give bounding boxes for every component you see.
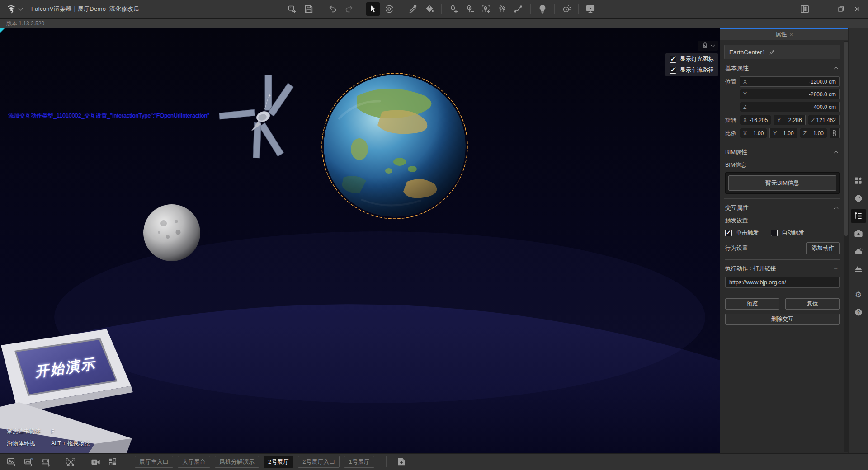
assets-icon[interactable] [851,174,866,188]
viewport-overlay: 显示灯光图标 显示车流路径 [665,41,718,76]
window-controls [798,0,868,18]
satellite-object[interactable] [211,68,312,170]
edit-pencil-icon[interactable] [769,49,775,55]
position-y-input[interactable]: Y -2800.0 cm [740,89,840,99]
checkbox[interactable] [670,67,676,74]
camera-icon[interactable] [851,226,866,241]
chevron-up-icon [834,207,839,211]
scene-tab-lobby-booth[interactable]: 大厅展台 [178,456,210,468]
app-window: FalconV渲染器｜展厅Demo_流化修改后 [0,0,868,470]
video-export-icon[interactable] [39,455,52,469]
close-button[interactable] [849,2,865,16]
toolbar-separator [361,4,361,14]
right-icon-rail: ⚙ ? [848,28,868,453]
foliage-add-icon[interactable] [447,2,460,16]
layout-blocks-icon[interactable] [106,455,119,469]
bim-properties-section: BIM属性 BIM信息 暂无BIM信息 [724,143,840,199]
properties-tab[interactable]: 属性 × [720,28,848,40]
scene-tab-hall1[interactable]: 1号展厅 [344,456,374,468]
outliner-icon[interactable] [851,209,866,223]
crop-tool-icon[interactable] [64,455,77,469]
toolbar-separator [578,4,579,14]
auto-trigger-checkbox[interactable] [771,230,778,236]
trigger-options: 单击触发 自动触发 [725,229,840,237]
reset-button[interactable]: 复位 [785,298,840,310]
bottom-separator [386,456,387,467]
delete-interaction-button[interactable]: 删除交互 [725,314,840,325]
scrollbar-thumb[interactable] [844,42,848,236]
collapse-minus-icon[interactable]: − [832,265,840,273]
earth-object[interactable] [322,73,467,219]
paint-bucket-icon[interactable] [423,2,436,16]
add-action-button[interactable]: 添加动作 [806,242,840,254]
scene-tab-hall-entrance[interactable]: 展厅主入口 [135,456,173,468]
image-export-icon[interactable] [5,455,18,469]
divider [725,259,840,260]
panel-scrollbar[interactable] [844,41,848,452]
undo-icon[interactable] [326,2,340,16]
select-tool-icon[interactable] [366,2,380,16]
position-z-input[interactable]: Z 400.0 cm [740,102,840,112]
position-x-input[interactable]: X -1200.0 cm [740,76,840,87]
scale-link-icon[interactable] [830,128,840,138]
show-traffic-paths-toggle[interactable]: 显示车流路径 [670,66,714,74]
light-icon[interactable] [536,2,549,16]
toolbar-separator [321,4,321,14]
path-tool-icon[interactable] [512,2,525,16]
time-of-day-icon[interactable] [560,2,573,16]
viewport-3d[interactable]: 开始演示 开始演示 添加交互动作类型_11010002_交互设置_"Intera… [0,28,720,453]
minimize-button[interactable] [816,2,833,16]
scale-z-input[interactable]: Z 1.00 [800,128,827,138]
url-input[interactable] [725,277,840,288]
version-label: 版本 1.13.2.520 [6,20,44,28]
close-icon[interactable]: × [789,31,793,38]
add-scene-tab-icon[interactable] [396,456,407,468]
eyedropper-icon[interactable] [406,2,420,16]
bottom-separator [58,456,58,467]
scene-tab-turbine-demo[interactable]: 风机分解演示 [215,456,259,468]
rotation-y-input[interactable]: Y 2.286 [774,115,805,125]
help-icon[interactable]: ? [851,305,866,320]
section-header[interactable]: 交互属性 [725,202,840,213]
title-bar: FalconV渲染器｜展厅Demo_流化修改后 [0,0,868,18]
ai-image-export-icon[interactable]: AI [22,455,35,469]
rotation-x-input[interactable]: X -16.205 [740,115,771,125]
foliage-group-icon[interactable] [495,2,509,16]
svg-text:AI: AI [30,457,33,460]
moon-object[interactable] [143,204,200,261]
section-header[interactable]: 基本属性 [725,63,840,74]
click-trigger-checkbox[interactable] [725,230,732,236]
scene-tab-hall2-entrance[interactable]: 2号展厅入口 [298,456,340,468]
scene-tab-hall2[interactable]: 2号展厅 [264,456,293,468]
preview-button[interactable]: 预览 [725,298,779,310]
foliage-remove-icon[interactable] [463,2,476,16]
toolbar-separator [814,4,814,14]
checkbox[interactable] [670,56,676,63]
section-header[interactable]: BIM属性 [725,147,840,158]
tag-filter-button[interactable] [698,41,718,51]
terrain-icon[interactable] [851,262,866,276]
restore-button[interactable] [833,2,849,16]
transform-tool-icon[interactable] [382,2,396,16]
scale-x-input[interactable]: X 1.00 [740,128,767,138]
app-menu[interactable] [0,3,27,15]
scene-canvas: 开始演示 开始演示 [0,28,720,453]
weather-icon[interactable] [851,244,866,258]
scale-y-input[interactable]: Y 1.00 [769,128,797,138]
exe-export-icon[interactable] [286,2,299,16]
camera-add-icon[interactable] [89,455,102,469]
object-name-field[interactable]: EarthCenter1 [724,45,840,59]
toolbar-separator [554,4,555,14]
foliage-select-add-icon[interactable] [479,2,493,16]
chevron-up-icon [834,151,839,155]
layout-panels-icon[interactable] [798,2,811,16]
rotation-z-input[interactable]: Z 121.462 [808,115,840,125]
presentation-icon[interactable] [584,2,597,16]
save-icon[interactable] [302,2,316,16]
falcon-logo-icon [5,3,17,15]
redo-icon[interactable] [342,2,356,16]
interaction-debug-text: 添加交互动作类型_11010002_交互设置_"InteractionType"… [8,112,209,120]
show-light-icons-toggle[interactable]: 显示灯光图标 [670,56,714,63]
settings-gear-icon[interactable]: ⚙ [851,287,866,302]
material-sphere-icon[interactable] [851,191,866,206]
